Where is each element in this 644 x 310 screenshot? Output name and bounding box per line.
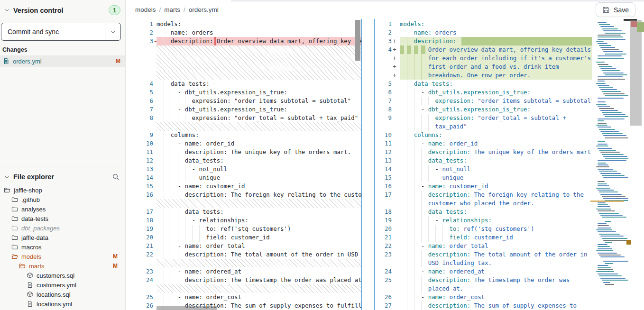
- code-line[interactable]: - name: order_id: [156, 139, 361, 148]
- explorer-item-analyses[interactable]: analyses: [0, 204, 125, 214]
- code-line[interactable]: expression: "order_items_subtotal = subt…: [400, 97, 592, 105]
- indent-guide: [164, 173, 164, 182]
- explorer-item-marts[interactable]: martsM: [0, 261, 125, 271]
- code-line[interactable]: - name: order_cost: [156, 293, 361, 301]
- explorer-item-models[interactable]: modelsM: [0, 252, 125, 261]
- code-line[interactable]: description: The total amount of the ord…: [400, 250, 592, 259]
- pane-divider[interactable]: [361, 19, 375, 310]
- explorer-item-locations-yml[interactable]: locations.yml: [0, 299, 125, 309]
- code-line[interactable]: - dbt_utils.expression_is_true:: [400, 105, 592, 114]
- code-line[interactable]: - unique: [400, 173, 592, 182]
- code-line[interactable]: Order overview data mart, offering key d…: [400, 46, 592, 54]
- code-line[interactable]: - name: order_id: [400, 139, 592, 148]
- code-line[interactable]: - name: customer_id: [400, 182, 592, 191]
- code-line[interactable]: - name: order_cost: [400, 293, 592, 301]
- code-line[interactable]: description: The unique key of the order…: [156, 148, 361, 156]
- code-line[interactable]: data_tests:: [156, 156, 361, 165]
- code-line[interactable]: - not_null: [156, 165, 361, 173]
- code-line[interactable]: data_tests:: [400, 156, 592, 165]
- breadcrumb-models[interactable]: models: [135, 6, 156, 13]
- code-line[interactable]: first order and a food vs. drink item: [400, 63, 592, 71]
- code-line[interactable]: description: The timestamp the order was…: [156, 276, 361, 284]
- code-line[interactable]: description: The unique key of the order…: [400, 148, 592, 156]
- explorer-item-jaffle-shop[interactable]: jaffle-shop: [0, 185, 125, 195]
- version-control-header[interactable]: Version control 1: [0, 0, 125, 19]
- code-line[interactable]: USD including tax.: [400, 259, 592, 267]
- code-line[interactable]: - dbt_utils.expression_is_true:: [156, 88, 361, 97]
- code-line[interactable]: - not_null: [400, 165, 592, 173]
- code-line[interactable]: data_tests:: [400, 208, 592, 216]
- code-line[interactable]: - name: order_total: [400, 242, 592, 250]
- commit-options-dropdown[interactable]: [105, 23, 120, 40]
- code-line[interactable]: - name: ordered_at: [400, 267, 592, 276]
- vertical-scrollbar-thumb[interactable]: [355, 20, 360, 61]
- modified-code[interactable]: models: - name: orders description: Orde…: [400, 19, 592, 310]
- original-code[interactable]: models: - name: orders description: Orde…: [156, 19, 361, 310]
- explorer-item-macros[interactable]: macros: [0, 242, 125, 252]
- changed-file-orders-yml[interactable]: orders.yml M: [0, 55, 125, 67]
- code-line[interactable]: customer who placed the order.: [400, 199, 592, 208]
- code-line[interactable]: tax_paid": [400, 122, 592, 131]
- breadcrumb-marts[interactable]: marts: [164, 6, 180, 13]
- code-line[interactable]: description: The sum of supply expenses …: [400, 301, 592, 310]
- code-line[interactable]: description:: [400, 37, 592, 46]
- explorer-item--github[interactable]: .github: [0, 195, 125, 204]
- code-line[interactable]: data_tests:: [156, 80, 361, 88]
- minimap-viewport-slider[interactable]: [630, 20, 642, 126]
- minimap-line: [598, 164, 608, 165]
- explorer-item-locations-sql[interactable]: locations.sql: [0, 290, 125, 299]
- code-line[interactable]: columns:: [156, 131, 361, 139]
- code-line[interactable]: description: The total amount of the ord…: [156, 250, 361, 259]
- explorer-item-customers-yml[interactable]: customers.yml: [0, 280, 125, 290]
- code-line[interactable]: to: ref('stg_customers'): [400, 225, 592, 233]
- code-line[interactable]: breakdown. One row per order.: [400, 71, 592, 80]
- code-line[interactable]: data_tests:: [400, 80, 592, 88]
- code-line[interactable]: - relationships:: [400, 216, 592, 225]
- code-line[interactable]: for each order inlcluding if it's a cust…: [400, 54, 592, 63]
- save-button[interactable]: Save: [596, 2, 635, 17]
- code-line[interactable]: placed at.: [400, 284, 592, 293]
- minimap-line: [603, 261, 628, 262]
- minimap[interactable]: [595, 19, 631, 310]
- explorer-item-customers-sql[interactable]: customers.sql: [0, 271, 125, 280]
- code-line[interactable]: description: Order overview data mart, o…: [156, 37, 361, 46]
- code-line[interactable]: - name: customer_id: [156, 182, 361, 191]
- code-line[interactable]: field: customer_id: [400, 233, 592, 242]
- code-line[interactable]: description: The foreign key relating to…: [156, 191, 361, 199]
- changed-file-name: orders.yml: [13, 58, 42, 65]
- breadcrumb-orders-yml[interactable]: orders.yml: [189, 6, 219, 13]
- code-line[interactable]: models:: [400, 20, 592, 28]
- minimap-line: [598, 123, 607, 124]
- line-number: 20: [138, 233, 159, 242]
- code-line[interactable]: - name: orders: [400, 28, 592, 37]
- code-line[interactable]: - dbt_utils.expression_is_true:: [400, 88, 592, 97]
- code-line[interactable]: - name: order_total: [156, 242, 361, 250]
- code-line[interactable]: expression: "order_total = subtotal + ta…: [156, 114, 361, 122]
- code-line[interactable]: - unique: [156, 173, 361, 182]
- explorer-item-data-tests[interactable]: data-tests: [0, 214, 125, 223]
- code-line[interactable]: models:: [156, 20, 361, 28]
- explorer-item-dbt-packages[interactable]: dbt_packages: [0, 223, 125, 233]
- code-line[interactable]: - name: ordered_at: [156, 267, 361, 276]
- code-line[interactable]: - relationships:: [156, 216, 361, 225]
- overview-ruler[interactable]: [631, 19, 644, 310]
- explorer-item-jaffle-data[interactable]: jaffle-data: [0, 233, 125, 242]
- code-line[interactable]: - dbt_utils.expression_is_true:: [156, 105, 361, 114]
- code-line[interactable]: data_tests:: [156, 208, 361, 216]
- code-line[interactable]: expression: "order_items_subtotal = subt…: [156, 97, 361, 105]
- code-line[interactable]: to: ref('stg_customers'): [156, 225, 361, 233]
- code-line[interactable]: expression: "order_total = subtotal +: [400, 114, 592, 122]
- code-line[interactable]: description: The foreign key relating to…: [400, 191, 592, 199]
- code-line[interactable]: columns:: [400, 131, 592, 139]
- explorer-item-label: models: [21, 253, 41, 260]
- commit-and-sync-button[interactable]: Commit and sync: [1, 23, 105, 40]
- line-number: 26: [375, 293, 397, 301]
- modified-pane[interactable]: 123+4++++5678910111213141516171819202122…: [375, 19, 592, 310]
- code-line[interactable]: field: customer_id: [156, 233, 361, 242]
- horizontal-scrollbar-thumb[interactable]: [156, 306, 217, 310]
- file-explorer-header[interactable]: File explorer: [0, 167, 125, 185]
- original-pane[interactable]: 123−456789101112131415161718192021222324…: [126, 19, 361, 310]
- code-line[interactable]: description: The timestamp the order was: [400, 276, 592, 284]
- search-icon[interactable]: [112, 173, 120, 181]
- code-line[interactable]: - name: orders: [156, 28, 361, 37]
